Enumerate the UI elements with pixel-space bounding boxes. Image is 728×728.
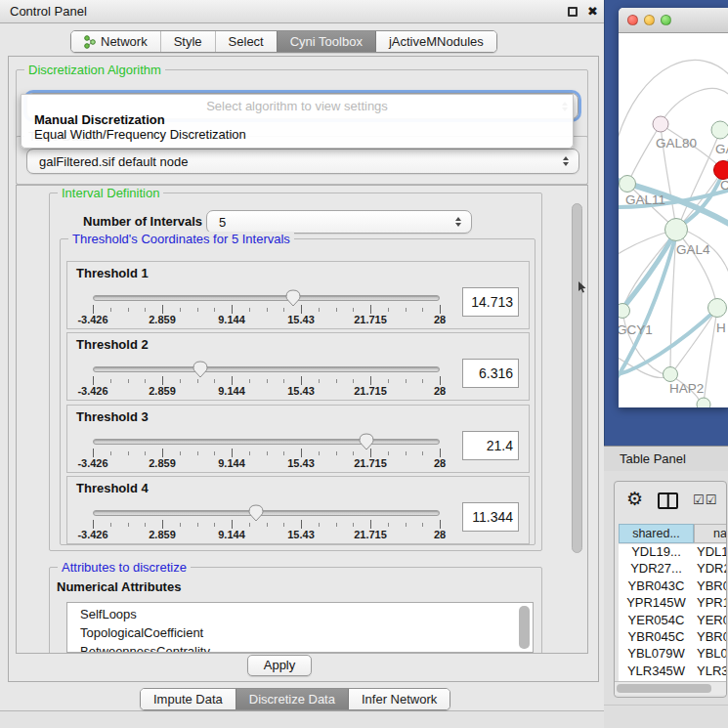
cell-name[interactable]: YBR0: [697, 578, 727, 593]
cell-shared-name[interactable]: YPR145W: [619, 595, 694, 610]
tab-cyni-toolbox[interactable]: Cyni Toolbox: [277, 31, 375, 52]
tab-infer-network[interactable]: Infer Network: [348, 689, 450, 709]
table-row[interactable]: YLR345WYLR3: [619, 664, 726, 680]
tick-mark: [388, 451, 389, 455]
list-scrollbar-thumb[interactable]: [519, 606, 530, 649]
tab-select[interactable]: Select: [215, 31, 277, 52]
tab-jactivemnodules[interactable]: jActiveMNodules: [375, 31, 496, 52]
cell-name[interactable]: YLR3: [697, 664, 727, 678]
close-traffic-light-icon[interactable]: [627, 15, 638, 25]
attribute-item-betweennesscentrality[interactable]: BetweennessCentrality: [67, 642, 533, 653]
close-icon[interactable]: ✖: [587, 4, 598, 19]
cell-shared-name[interactable]: YBR045C: [619, 629, 694, 644]
attribute-item-selfloops[interactable]: SelfLoops: [67, 605, 533, 623]
slider-track[interactable]: [93, 439, 440, 445]
algorithm-option-manual-discretization[interactable]: Manual Discretization: [21, 112, 573, 127]
apply-button[interactable]: Apply: [247, 655, 312, 676]
cell-name[interactable]: YDL1: [697, 544, 727, 559]
cell-name[interactable]: YER0: [697, 613, 727, 627]
tick-mark: [267, 379, 268, 383]
network-node[interactable]: [714, 161, 728, 180]
table-row[interactable]: YDL19...YDL1: [619, 544, 726, 561]
network-node[interactable]: [664, 367, 678, 382]
tick-mark: [440, 376, 441, 385]
column-layout-icon[interactable]: [658, 492, 678, 509]
table-panel-title: Table Panel: [620, 451, 686, 466]
table-row[interactable]: YDR27...YDR2: [619, 561, 726, 578]
float-window-icon[interactable]: [568, 7, 578, 17]
tick-mark: [406, 451, 407, 455]
network-node[interactable]: [619, 304, 630, 319]
panel-scrollbar-thumb[interactable]: [572, 203, 582, 553]
tick-mark: [319, 379, 320, 383]
network-canvas[interactable]: GAL80GACGAL11GAL4GCY1HHAP2: [619, 33, 728, 407]
cell-shared-name[interactable]: YBR043C: [619, 578, 694, 593]
tick-mark: [440, 449, 441, 457]
tab-label: Impute Data: [153, 692, 223, 707]
slider-track[interactable]: [93, 366, 440, 372]
threshold-value-field[interactable]: 14.713: [462, 287, 519, 317]
slider-ticks: [93, 520, 440, 529]
tick-mark: [128, 451, 129, 455]
control-panel-title: Control Panel: [10, 4, 87, 19]
network-node[interactable]: [653, 116, 668, 132]
tick-mark: [110, 451, 111, 455]
cell-shared-name[interactable]: YDL19...: [619, 544, 694, 559]
algorithm-placeholder: Select algorithm to view settings: [21, 99, 573, 112]
cell-name[interactable]: YDR2: [697, 561, 727, 576]
cell-name[interactable]: YPR1: [697, 595, 727, 610]
network-node[interactable]: [711, 121, 728, 139]
table-row[interactable]: YBL079WYBL0: [619, 646, 726, 663]
threshold-value-field[interactable]: 6.316: [462, 359, 519, 388]
network-window-titlebar: [619, 8, 728, 33]
column-header-na[interactable]: na: [694, 524, 727, 543]
table-row[interactable]: YER054CYER0: [619, 613, 726, 629]
horizontal-scrollbar-thumb[interactable]: [617, 684, 711, 693]
network-node[interactable]: [620, 176, 636, 193]
tick-label: 9.144: [218, 385, 245, 397]
select-columns-icon[interactable]: ☑☑: [693, 492, 717, 507]
threshold-value-field[interactable]: 11.344: [462, 502, 519, 532]
cell-shared-name[interactable]: YER054C: [619, 613, 694, 627]
zoom-traffic-light-icon[interactable]: [661, 15, 671, 25]
threshold-slider[interactable]: -3.4262.8599.14415.4321.71528: [93, 333, 440, 402]
node-label-ga: GA: [715, 142, 728, 156]
network-node[interactable]: [665, 219, 688, 241]
tick-mark: [301, 305, 302, 314]
attributes-list[interactable]: SelfLoopsTopologicalCoefficientBetweenne…: [66, 602, 534, 653]
tick-mark: [370, 305, 371, 314]
slider-ticks: [93, 449, 440, 457]
cell-shared-name[interactable]: YDR27...: [619, 561, 694, 576]
cell-name[interactable]: YBR0: [697, 629, 727, 644]
algorithm-option-equal-width-frequency-discretization[interactable]: Equal Width/Frequency Discretization: [21, 127, 573, 142]
threshold-value-field[interactable]: 21.4: [462, 431, 519, 460]
threshold-slider[interactable]: -3.4262.8599.14415.4321.71528: [93, 406, 440, 474]
tab-network[interactable]: Network: [71, 31, 160, 52]
attribute-item-topologicalcoefficient[interactable]: TopologicalCoefficient: [67, 623, 533, 642]
tick-mark: [283, 379, 284, 383]
cell-shared-name[interactable]: YBL079W: [619, 646, 694, 661]
slider-track[interactable]: [93, 510, 440, 516]
tick-mark: [197, 451, 198, 455]
cell-shared-name[interactable]: YLR345W: [619, 664, 694, 678]
application-root: Control Panel ✖ NetworkStyleSelectCyni T…: [0, 0, 728, 728]
table-row[interactable]: YPR145WYPR1: [619, 595, 726, 612]
cell-name[interactable]: YBL0: [697, 646, 727, 661]
table-row[interactable]: YBR045CYBR0: [619, 629, 726, 646]
tab-impute-data[interactable]: Impute Data: [141, 689, 236, 709]
minimize-traffic-light-icon[interactable]: [644, 15, 655, 25]
tick-mark: [197, 308, 198, 312]
num-intervals-select[interactable]: 5: [206, 210, 472, 234]
table-data-select[interactable]: galFiltered.sif default node: [26, 149, 579, 174]
slider-track[interactable]: [93, 295, 440, 301]
threshold-slider[interactable]: -3.4262.8599.14415.4321.71528: [93, 477, 440, 545]
gear-icon[interactable]: ⚙: [626, 488, 643, 510]
threshold-slider[interactable]: -3.4262.8599.14415.4321.71528: [93, 262, 440, 330]
network-node[interactable]: [708, 299, 727, 318]
column-header-shared-[interactable]: shared...: [619, 524, 694, 543]
tab-discretize-data[interactable]: Discretize Data: [236, 689, 348, 709]
table-row[interactable]: YBR043CYBR0: [619, 578, 726, 595]
network-node[interactable]: [697, 398, 710, 407]
thresholds-group-label: Threshold's Coordinates for 5 Intervals: [68, 232, 294, 246]
tab-style[interactable]: Style: [160, 31, 215, 52]
